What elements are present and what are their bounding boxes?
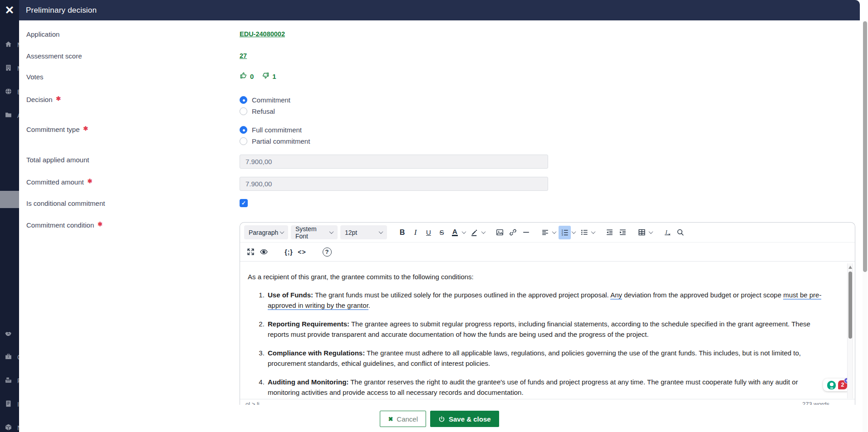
sidebar-item-events[interactable]: E [0,85,19,99]
sidebar-item-main[interactable]: M [0,38,19,52]
cash-register-icon [5,376,12,386]
source-code-button[interactable]: <> [296,245,308,259]
sidebar-item-applications[interactable]: A [0,109,19,122]
chevron-down-icon[interactable] [552,229,557,234]
modal-footer: ✖ Cancel Save & close [19,405,860,432]
sidebar-item-partners[interactable] [0,328,19,341]
underline-button[interactable]: U [422,226,435,239]
folder-icon [5,111,12,121]
commitment-type-options: Full commitment Partial commitment [240,124,310,147]
italic-button[interactable]: I [409,226,422,239]
bullet-list-button[interactable] [578,226,590,239]
align-left-button[interactable] [539,226,551,239]
close-icon: ✕ [5,4,15,17]
font-family-select[interactable]: System Font [291,225,338,239]
required-icon: ✱ [98,221,103,228]
indent-button[interactable] [617,226,629,239]
editor-scrollbar[interactable] [847,263,853,398]
text-color-button[interactable]: A [449,226,461,239]
cancel-button[interactable]: ✖ Cancel [380,411,426,427]
code-sample-button[interactable]: {;} [283,245,295,259]
list-item: Use of Funds: The grant funds must be ut… [266,290,828,311]
editor-status-bar: ol > li 273 words [240,399,855,405]
commitment-type-option-full[interactable]: Full commitment [240,124,310,136]
element-path: ol > li [245,401,260,405]
insert-link-button[interactable] [507,226,519,239]
commitment-condition-label: Commitment condition✱ [26,221,103,229]
search-icon[interactable] [674,226,687,239]
required-icon: ✱ [56,95,61,102]
svg-text:I: I [665,229,668,235]
commitment-condition-editor: Paragraph System Font 12pt B I U S A [240,222,855,405]
editor-intro-paragraph: As a recipient of this grant, the grante… [248,272,828,282]
radio-refusal[interactable] [240,107,247,115]
check-icon: ✓ [241,200,246,206]
radio-full-commitment[interactable] [240,126,247,134]
decision-option-refusal[interactable]: Refusal [240,106,290,117]
editor-content-area[interactable]: As a recipient of this grant, the grante… [240,262,855,399]
sidebar-item-invoices[interactable]: In [0,398,19,411]
assessment-score-label: Assessment score [26,52,82,60]
votes-label: Votes [26,73,44,81]
grammar-underline: Any [610,291,622,300]
editor-toolbar-row1: Paragraph System Font 12pt B I U S A [240,223,855,243]
bold-button[interactable]: B [396,226,408,239]
decision-options: Commitment Refusal [240,94,290,117]
grammar-issue-badge[interactable]: 2 + [838,380,847,389]
assessment-score-link[interactable]: 27 [240,52,247,59]
total-applied-amount-input[interactable] [240,155,548,169]
chevron-down-icon[interactable] [649,229,653,234]
paragraph-format-select[interactable]: Paragraph [244,225,288,239]
sidebar-item-organisation[interactable]: M [0,62,19,75]
required-icon: ✱ [88,178,93,184]
modal-body: Application EDU-24080002 Assessment scor… [19,20,860,405]
sidebar-item-finance[interactable]: F [0,374,19,388]
preliminary-decision-modal: Preliminary decision Application EDU-240… [19,0,860,432]
editor-scrollbar-thumb[interactable] [848,272,852,339]
briefcase-icon [5,353,12,362]
application-link[interactable]: EDU-24080002 [240,30,285,38]
numbered-list-button[interactable]: 123 [559,226,571,239]
modal-title: Preliminary decision [26,6,97,15]
page-scrollbar-thumb[interactable] [863,21,867,272]
sidebar-item-contracts[interactable]: C [0,350,19,364]
chevron-down-icon[interactable] [572,229,576,234]
list-item: Reporting Requirements: The grantee agre… [266,319,828,340]
chevron-down-icon[interactable] [481,229,486,234]
radio-commitment[interactable] [240,96,247,104]
votes-value: 0 1 [240,72,276,81]
radio-label: Full commitment [252,126,302,134]
scroll-up-arrow-icon[interactable] [848,266,852,269]
chevron-down-icon[interactable] [462,229,466,234]
sidebar-item-notifications[interactable]: N [0,421,19,432]
insert-image-button[interactable] [494,226,506,239]
fullscreen-button[interactable] [245,245,257,259]
commitment-type-option-partial[interactable]: Partial commitment [240,136,310,147]
total-applied-amount-label: Total applied amount [26,156,89,164]
power-icon [438,416,445,422]
chevron-down-icon [280,229,284,234]
strikethrough-button[interactable]: S [436,226,448,239]
is-conditional-commitment-checkbox[interactable]: ✓ [240,199,248,207]
cancel-x-icon: ✖ [388,416,393,422]
help-button[interactable]: ? [321,245,333,259]
committed-amount-input[interactable] [240,177,548,191]
required-icon: ✱ [83,125,88,132]
modal-close-button[interactable]: ✕ [0,0,19,20]
page-scrollbar[interactable] [863,20,868,432]
outdent-button[interactable] [603,226,616,239]
preview-eye-icon[interactable] [258,245,270,259]
globe-icon [5,87,12,97]
horizontal-rule-button[interactable] [520,226,532,239]
highlight-color-button[interactable] [468,226,481,239]
decision-option-commitment[interactable]: Commitment [240,94,290,106]
chevron-down-icon[interactable] [591,229,596,234]
save-and-close-button[interactable]: Save & close [430,411,499,427]
radio-label: Commitment [252,96,290,104]
insert-table-button[interactable] [636,226,648,239]
list-item: Compliance with Regulations: The grantee… [266,348,828,369]
sidebar-item-active[interactable] [0,191,19,208]
font-size-select[interactable]: 12pt [340,225,387,239]
radio-partial-commitment[interactable] [240,137,247,145]
clear-formatting-button[interactable]: I [661,226,673,239]
